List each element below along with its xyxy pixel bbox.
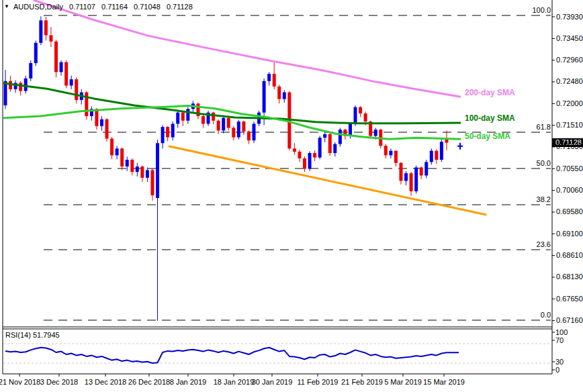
candle-body bbox=[212, 113, 215, 121]
candle-body bbox=[420, 167, 423, 175]
candle-body bbox=[303, 158, 306, 168]
candle-body bbox=[44, 20, 48, 35]
candle-body bbox=[29, 63, 32, 79]
candle-body bbox=[242, 121, 245, 132]
candle-body bbox=[424, 162, 428, 175]
price-axis-label: 0.71030 bbox=[556, 142, 583, 150]
candle-body bbox=[181, 113, 185, 121]
candle-body bbox=[105, 119, 109, 139]
time-axis-label: 18 Jan 2019 bbox=[214, 378, 255, 386]
candle-body bbox=[186, 109, 189, 120]
price-axis-label: 0.67160 bbox=[556, 316, 583, 324]
chart-canvas[interactable] bbox=[0, 0, 583, 392]
sma-legend-label: 50-day SMA bbox=[465, 132, 510, 141]
low-value: 0.71048 bbox=[134, 3, 161, 11]
price-axis-label: 0.73450 bbox=[556, 34, 583, 42]
time-axis-label: 21 Feb 2019 bbox=[341, 378, 383, 386]
fib-level-label: 0.0 bbox=[504, 311, 551, 319]
candle-body bbox=[349, 124, 352, 136]
sma-legend-label: 100-day SMA bbox=[465, 113, 515, 123]
fib-level-label: 23.6 bbox=[504, 240, 551, 248]
close-value: 0.71128 bbox=[167, 3, 193, 11]
price-axis-label: 0.72480 bbox=[556, 77, 583, 85]
rsi-line bbox=[5, 348, 459, 363]
candle-body bbox=[252, 124, 255, 140]
candle-body bbox=[308, 153, 312, 168]
candle-body bbox=[389, 151, 392, 156]
candle-body bbox=[146, 170, 149, 177]
candle-body bbox=[201, 116, 205, 124]
candle-body bbox=[116, 148, 119, 155]
price-axis-label: 0.68610 bbox=[556, 251, 583, 259]
time-axis-label: 5 Mar 2019 bbox=[384, 378, 422, 386]
rsi-scale-label: 100 bbox=[555, 328, 568, 336]
fib-level-label: 100.0 bbox=[504, 6, 551, 14]
candle-body bbox=[247, 132, 251, 140]
candle-body bbox=[140, 166, 144, 178]
rsi-scale-label: 70 bbox=[555, 336, 564, 344]
candle-body bbox=[374, 130, 377, 136]
fib-level-label: 50.0 bbox=[504, 159, 551, 167]
candle-body bbox=[328, 134, 332, 153]
candle-body bbox=[110, 139, 114, 156]
price-axis-label: 0.70550 bbox=[556, 164, 583, 173]
chart-header-ohlc: AUDUSD,Daily 0.71107 0.71164 0.71048 0.7… bbox=[13, 3, 197, 11]
price-axis-label: 0.72000 bbox=[556, 99, 583, 107]
candle-body bbox=[410, 173, 413, 191]
candle-body bbox=[161, 127, 165, 143]
candle-body bbox=[298, 152, 301, 158]
candle-body bbox=[237, 121, 240, 137]
candle-body bbox=[60, 62, 63, 72]
candle-body bbox=[318, 138, 322, 157]
price-axis-label: 0.72960 bbox=[556, 56, 583, 64]
price-axis-label: 0.73930 bbox=[556, 13, 583, 21]
high-value: 0.71164 bbox=[101, 3, 128, 11]
price-axis-label: 0.68130 bbox=[556, 273, 583, 281]
candle-body bbox=[136, 166, 139, 172]
time-axis-label: 3 Dec 2018 bbox=[40, 378, 78, 386]
candle-body bbox=[273, 74, 276, 87]
candle-body bbox=[430, 151, 433, 162]
time-axis-label: 13 Dec 2018 bbox=[85, 378, 126, 386]
collapse-triangle-icon[interactable]: ▼ bbox=[4, 3, 9, 9]
rsi-scale-label: 0 bbox=[555, 366, 559, 374]
candle-body bbox=[339, 130, 342, 144]
candle-body bbox=[120, 148, 124, 166]
candle-body bbox=[222, 118, 225, 131]
price-axis-label: 0.70060 bbox=[556, 186, 583, 194]
candle-body bbox=[440, 142, 443, 160]
candle-body bbox=[354, 107, 357, 124]
candle-body bbox=[54, 42, 58, 72]
candle-body bbox=[267, 74, 271, 81]
candle-body bbox=[227, 118, 230, 128]
candle-body bbox=[130, 160, 134, 172]
candle-body bbox=[95, 109, 98, 126]
open-value: 0.71107 bbox=[69, 3, 95, 11]
candle-body bbox=[435, 151, 438, 160]
candle-body bbox=[64, 62, 68, 86]
price-axis-label: 0.71510 bbox=[556, 121, 583, 129]
trendline bbox=[169, 146, 486, 215]
candle-body bbox=[166, 127, 169, 137]
candle-body bbox=[171, 124, 175, 137]
candle-body bbox=[34, 43, 38, 63]
candle-body bbox=[313, 153, 316, 158]
candle-body bbox=[404, 173, 408, 181]
candle-body bbox=[232, 128, 235, 137]
time-axis-label: 30 Jan 2019 bbox=[252, 378, 293, 386]
candle-body bbox=[399, 163, 402, 181]
time-axis-label: 8 Jan 2019 bbox=[170, 378, 206, 386]
symbol-period-label: AUDUSD,Daily bbox=[13, 3, 63, 11]
time-axis-label: 21 Nov 2018 bbox=[0, 378, 40, 386]
time-axis-label: 26 Dec 2018 bbox=[128, 378, 170, 386]
candle-body bbox=[359, 107, 362, 113]
candle-body bbox=[156, 143, 159, 198]
fib-level-label: 38.2 bbox=[504, 195, 551, 203]
candle-body bbox=[19, 83, 22, 91]
sma-200-line bbox=[34, 0, 461, 97]
candle-body bbox=[49, 35, 52, 41]
candle-body bbox=[293, 148, 296, 152]
sma-100-line bbox=[3, 83, 461, 124]
candle-body bbox=[126, 160, 129, 166]
candle-body bbox=[75, 79, 78, 100]
